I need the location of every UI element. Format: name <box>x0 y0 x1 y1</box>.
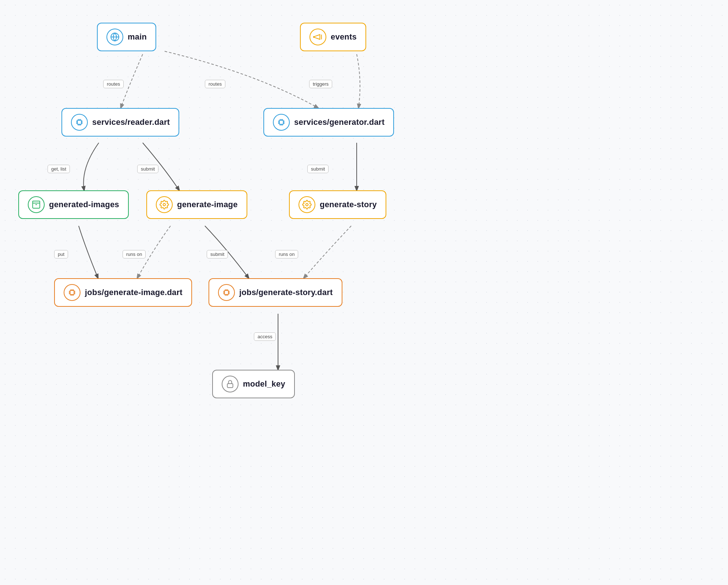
edge-label-get-list: get, list <box>48 165 70 173</box>
svg-point-5 <box>306 204 308 206</box>
node-generator-label: services/generator.dart <box>294 118 384 127</box>
svg-rect-8 <box>227 384 233 388</box>
node-job-generate-image-label: jobs/generate-image.dart <box>85 288 183 297</box>
gear-icon-image <box>156 196 173 213</box>
edge-label-submit-1: submit <box>137 165 158 173</box>
node-main-label: main <box>128 32 147 42</box>
edge-label-submit-3: submit <box>207 250 228 258</box>
node-generate-image-label: generate-image <box>177 200 238 209</box>
node-reader[interactable]: services/reader.dart <box>61 108 179 137</box>
svg-rect-7 <box>225 291 229 295</box>
node-model-key[interactable]: model_key <box>212 370 295 398</box>
node-generator[interactable]: services/generator.dart <box>263 108 394 137</box>
svg-rect-6 <box>70 291 74 295</box>
archive-icon <box>28 196 45 213</box>
node-job-generate-image[interactable]: jobs/generate-image.dart <box>54 278 192 307</box>
globe-icon <box>106 29 123 45</box>
edge-label-runs-on-2: runs on <box>275 250 298 258</box>
diagram-container: main events services/reader.dart service… <box>0 0 728 585</box>
node-model-key-label: model_key <box>243 379 285 389</box>
chip-icon-reader <box>71 114 88 131</box>
edge-label-routes-2: routes <box>205 80 225 88</box>
chip-icon-job-image <box>64 284 80 301</box>
node-generated-images-label: generated-images <box>49 200 119 209</box>
edge-label-put: put <box>54 250 68 258</box>
node-events[interactable]: events <box>300 23 366 51</box>
edge-label-access: access <box>254 332 276 341</box>
chip-icon-job-story <box>218 284 235 301</box>
megaphone-icon <box>309 29 326 45</box>
svg-rect-1 <box>78 120 82 124</box>
chip-icon-generator <box>273 114 290 131</box>
node-job-generate-story-label: jobs/generate-story.dart <box>239 288 333 297</box>
svg-rect-2 <box>279 120 284 124</box>
node-job-generate-story[interactable]: jobs/generate-story.dart <box>209 278 342 307</box>
edge-label-triggers: triggers <box>309 80 332 88</box>
svg-point-4 <box>163 204 166 206</box>
svg-rect-3 <box>33 201 40 203</box>
edge-label-routes-1: routes <box>103 80 124 88</box>
node-main[interactable]: main <box>97 23 156 51</box>
edge-label-submit-2: submit <box>307 165 329 173</box>
node-reader-label: services/reader.dart <box>92 118 170 127</box>
node-generate-image[interactable]: generate-image <box>146 190 247 219</box>
node-generate-story-label: generate-story <box>320 200 377 209</box>
node-events-label: events <box>331 32 357 42</box>
node-generated-images[interactable]: generated-images <box>18 190 129 219</box>
node-generate-story[interactable]: generate-story <box>289 190 386 219</box>
edge-label-runs-on-1: runs on <box>123 250 146 258</box>
gear-icon-story <box>299 196 315 213</box>
lock-icon <box>222 376 239 392</box>
